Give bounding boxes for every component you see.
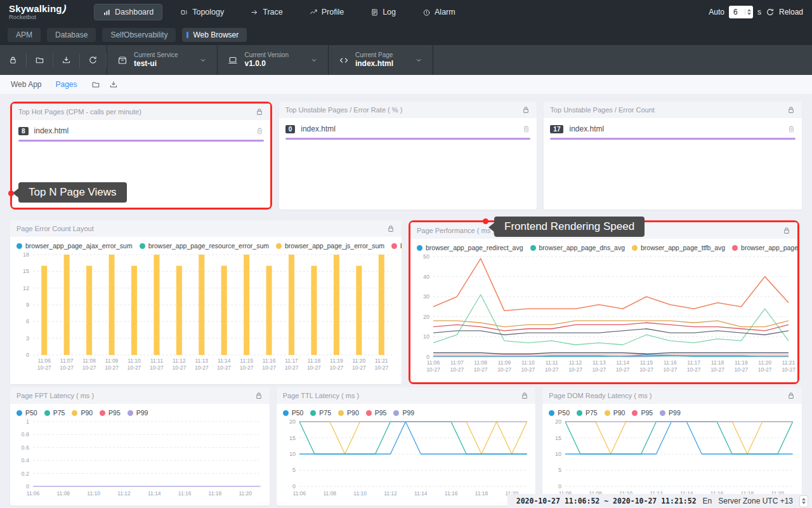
subnav-item-database[interactable]: Database xyxy=(47,28,96,42)
svg-text:9: 9 xyxy=(26,302,29,308)
time-range[interactable]: 2020-10-27 11:06:52 ~ 2020-10-27 11:21:5… xyxy=(516,497,697,505)
svg-text:11:18: 11:18 xyxy=(475,490,488,497)
nav-item-dashboard[interactable]: Dashboard xyxy=(94,4,162,20)
copy-icon[interactable] xyxy=(256,127,264,135)
auto-interval-value[interactable]: 6 xyxy=(733,8,745,17)
chevron-down-icon xyxy=(199,57,207,64)
download-tool-icon[interactable] xyxy=(53,53,80,67)
legend-item[interactable]: P50 xyxy=(549,409,570,417)
lock-icon[interactable] xyxy=(254,391,263,400)
lock-icon[interactable] xyxy=(386,224,395,233)
nav-item-topology[interactable]: Topology xyxy=(171,4,233,20)
legend-item[interactable]: P95 xyxy=(100,409,121,417)
lock-icon[interactable] xyxy=(520,391,529,400)
svg-text:11:18: 11:18 xyxy=(209,490,222,497)
svg-text:11:09: 11:09 xyxy=(498,359,511,366)
svg-text:12: 12 xyxy=(23,285,29,291)
legend-dot xyxy=(310,410,316,416)
subnav-item-apm[interactable]: APM xyxy=(8,28,41,42)
dashboard-content: Top Hot Pages (CPM - calls per minute) 8… xyxy=(0,94,812,505)
subnav-item-web-browser[interactable]: Web Browser xyxy=(182,28,247,42)
copy-icon[interactable] xyxy=(787,125,796,133)
nav-item-trace[interactable]: Trace xyxy=(242,4,292,20)
svg-text:10-27: 10-27 xyxy=(426,366,440,373)
legend-item[interactable]: browser_a xyxy=(391,242,402,250)
language-selector[interactable]: En xyxy=(703,497,712,505)
svg-text:11:10: 11:10 xyxy=(128,358,141,364)
svg-text:11:08: 11:08 xyxy=(474,359,487,366)
panel-title: Page Error Count Layout xyxy=(16,225,94,232)
nav-item-profile[interactable]: Profile xyxy=(301,4,353,20)
main-nav: DashboardTopologyTraceProfileLogAlarm xyxy=(94,4,473,20)
legend-item[interactable]: P50 xyxy=(16,409,37,417)
legend-dot xyxy=(391,243,397,249)
lock-icon[interactable] xyxy=(255,107,264,116)
copy-icon[interactable] xyxy=(522,125,530,133)
legend-item[interactable]: P75 xyxy=(310,409,331,417)
legend-item[interactable]: browser_app_page_resource_error_sum xyxy=(140,242,269,250)
refresh-tool-icon[interactable] xyxy=(80,53,107,67)
legend-item[interactable]: P90 xyxy=(338,409,359,417)
subnav-item-selfobservability[interactable]: SelfObservability xyxy=(102,28,176,42)
svg-text:10-27: 10-27 xyxy=(710,366,724,373)
lock-tool-icon[interactable] xyxy=(0,53,27,67)
auto-interval-input[interactable]: 6 xyxy=(729,6,753,18)
legend-item[interactable]: browser_app_page_js_error_sum xyxy=(276,242,384,250)
legend-item[interactable]: P75 xyxy=(577,409,598,417)
selector-current-service[interactable]: Current Servicetest-ui xyxy=(107,51,217,69)
svg-text:0: 0 xyxy=(26,352,29,358)
legend-item[interactable]: P99 xyxy=(128,409,148,417)
page-name: index.html xyxy=(301,124,336,133)
reload-button[interactable]: Reload xyxy=(779,8,803,17)
legend-dot xyxy=(577,410,582,416)
legend-item[interactable]: P95 xyxy=(366,409,387,417)
svg-text:10-27: 10-27 xyxy=(105,364,119,371)
legend-item[interactable]: P90 xyxy=(72,409,93,417)
legend-item[interactable]: P75 xyxy=(44,409,65,417)
legend-item[interactable]: P90 xyxy=(605,409,625,417)
svg-text:20: 20 xyxy=(289,418,296,425)
lock-icon[interactable] xyxy=(782,226,791,235)
folder-icon[interactable] xyxy=(91,80,100,89)
tab-web-app[interactable]: Web App xyxy=(11,80,41,89)
svg-text:11:15: 11:15 xyxy=(240,358,253,364)
box-icon xyxy=(117,55,128,65)
value-bar xyxy=(550,138,796,140)
selector-current-version[interactable]: Current Versionv1.0.0 xyxy=(218,51,327,69)
svg-text:11:14: 11:14 xyxy=(148,490,161,497)
svg-text:11:12: 11:12 xyxy=(569,359,582,366)
svg-text:11:20: 11:20 xyxy=(758,359,771,366)
legend-item[interactable]: browser_app_page_tcp_avg xyxy=(732,244,797,251)
server-zone-stepper[interactable] xyxy=(799,495,808,507)
lock-icon[interactable] xyxy=(787,391,796,400)
svg-text:11:21: 11:21 xyxy=(375,358,388,364)
legend-item[interactable]: browser_app_page_ttfb_avg xyxy=(632,244,725,251)
legend-item[interactable]: P95 xyxy=(632,409,653,417)
legend-item[interactable]: browser_app_page_redirect_avg xyxy=(417,244,523,251)
panel-title: Page FPT Latency ( ms ) xyxy=(16,392,94,399)
svg-text:15: 15 xyxy=(289,435,296,441)
list-item: 8index.html xyxy=(18,126,264,142)
download-icon[interactable] xyxy=(109,80,118,89)
svg-text:11:06: 11:06 xyxy=(37,358,51,364)
legend-item[interactable]: P99 xyxy=(660,409,681,417)
legend-item[interactable]: P50 xyxy=(283,409,304,417)
reload-icon[interactable] xyxy=(766,8,775,17)
svg-text:11:12: 11:12 xyxy=(384,490,397,497)
folder-tool-icon[interactable] xyxy=(27,53,53,67)
legend-item[interactable]: P99 xyxy=(393,409,414,417)
lock-icon[interactable] xyxy=(521,105,530,114)
legend-dot xyxy=(632,245,638,251)
tab-pages[interactable]: Pages xyxy=(55,80,77,89)
nav-item-alarm[interactable]: Alarm xyxy=(414,4,464,20)
panel-title: Page Performance ( ms ) xyxy=(417,227,495,234)
lock-icon[interactable] xyxy=(787,105,796,114)
legend-dot xyxy=(732,245,738,251)
svg-text:11:10: 11:10 xyxy=(521,359,535,366)
page-tabs: Web AppPages xyxy=(0,75,812,94)
legend-item[interactable]: browser_app_page_dns_avg xyxy=(530,244,625,251)
auto-interval-stepper[interactable] xyxy=(745,9,751,15)
selector-current-page[interactable]: Current Pageindex.html xyxy=(329,51,433,69)
nav-item-log[interactable]: Log xyxy=(362,4,405,20)
legend-item[interactable]: browser_app_page_ajax_error_sum xyxy=(16,242,133,250)
